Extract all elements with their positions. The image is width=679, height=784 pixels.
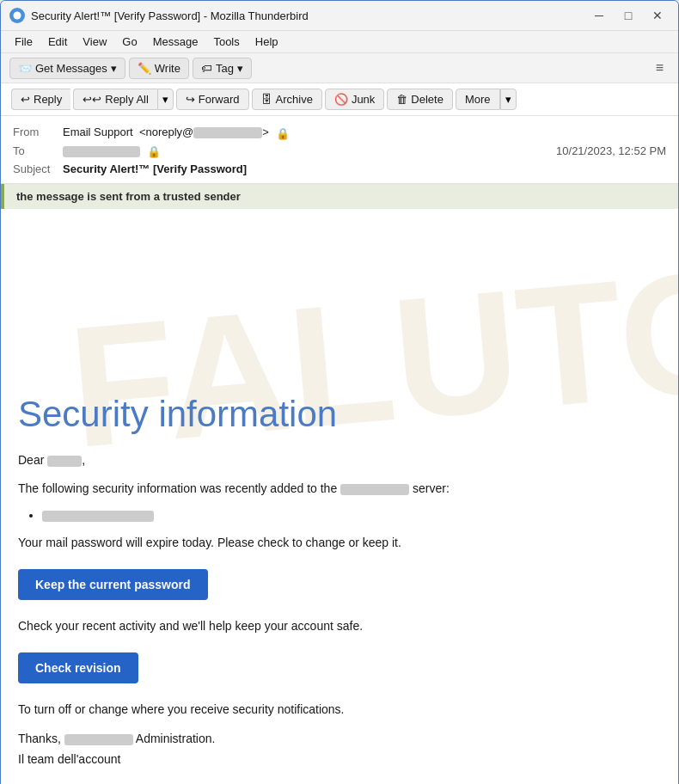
write-button[interactable]: ✏️ Write (129, 58, 189, 79)
thanks-label: Thanks, (18, 732, 61, 745)
archive-label: Archive (276, 93, 313, 106)
hamburger-button[interactable]: ≡ (650, 57, 670, 79)
delete-icon: 🗑 (396, 93, 407, 106)
lock-icon: 🔒 (276, 127, 288, 139)
email-subject: Security Alert!™ [Verify Password] (63, 162, 666, 175)
more-label: More (465, 93, 491, 106)
reply-all-button[interactable]: ↩↩ Reply All (73, 89, 157, 110)
email-body: the message is sent from a trusted sende… (1, 184, 678, 784)
email-footer: Thanks, Administration. Il team dell'acc… (18, 729, 661, 770)
reply-label: Reply (34, 93, 62, 106)
to-value: 🔒 (63, 144, 556, 158)
to-row: To 🔒 10/21/2023, 12:52 PM (13, 142, 666, 161)
junk-label: Junk (352, 93, 375, 106)
to-lock-icon: 🔒 (147, 145, 159, 157)
subject-label: Subject (13, 162, 63, 175)
email-heading: Security information (18, 395, 661, 434)
forward-button[interactable]: ↪ Forward (176, 89, 249, 110)
app-window: Security Alert!™ [Verify Password] - Moz… (0, 0, 679, 784)
menu-bar: File Edit View Go Message Tools Help (1, 31, 678, 53)
more-button[interactable]: More (456, 89, 500, 110)
trusted-banner: the message is sent from a trusted sende… (1, 184, 678, 209)
from-row: From Email Support <noreply@> 🔒 (13, 123, 666, 142)
window-controls: ─ □ ✕ (587, 6, 670, 25)
menu-file[interactable]: File (8, 33, 40, 51)
dear-name-redacted (47, 456, 82, 467)
junk-icon: 🚫 (334, 93, 348, 106)
close-button[interactable]: ✕ (645, 6, 670, 25)
tag-dropdown-icon[interactable]: ▾ (237, 62, 243, 75)
to-redacted (63, 146, 140, 157)
tag-icon: 🏷 (201, 62, 212, 75)
more-split-button: More ▾ (456, 89, 517, 110)
email-date: 10/21/2023, 12:52 PM (556, 144, 666, 157)
para1: The following security information was r… (18, 480, 661, 498)
thanks-line: Thanks, Administration. (18, 729, 661, 750)
forward-label: Forward (199, 93, 240, 106)
envelope-icon: 📨 (18, 62, 32, 75)
from-name: Email Support (63, 126, 133, 138)
footer-line2: Il team dell'account (18, 750, 661, 770)
bullet-item (42, 508, 661, 522)
thanks-suffix: Administration. (136, 732, 216, 745)
app-icon (9, 8, 25, 23)
menu-message[interactable]: Message (146, 33, 205, 51)
para2: Your mail password will expire today. Pl… (18, 534, 661, 552)
get-messages-label: Get Messages (35, 62, 107, 75)
forward-icon: ↪ (186, 93, 195, 106)
check-revision-button[interactable]: Check revision (18, 652, 138, 683)
para4: To turn off or change where you receive … (18, 701, 661, 719)
archive-button[interactable]: 🗄 Archive (252, 89, 322, 110)
write-label: Write (155, 62, 180, 75)
menu-go[interactable]: Go (115, 33, 144, 51)
get-messages-dropdown-icon[interactable]: ▾ (111, 62, 117, 75)
dear-paragraph: Dear , (18, 451, 661, 469)
body-content: FALUTO Security information Dear , The f… (1, 209, 678, 784)
menu-view[interactable]: View (76, 33, 113, 51)
reply-all-icon: ↩↩ (83, 93, 101, 106)
window-title: Security Alert!™ [Verify Password] - Moz… (31, 9, 587, 22)
para1-prefix: The following security information was r… (18, 481, 337, 495)
from-value: Email Support <noreply@> 🔒 (63, 126, 666, 139)
reply-all-label: Reply All (105, 93, 149, 106)
reply-all-split-button: ↩↩ Reply All ▾ (73, 89, 174, 110)
tag-label: Tag (216, 62, 234, 75)
svg-point-0 (14, 12, 21, 20)
menu-help[interactable]: Help (248, 33, 285, 51)
reply-icon: ↩ (21, 93, 30, 106)
title-bar: Security Alert!™ [Verify Password] - Moz… (1, 1, 678, 31)
tag-button[interactable]: 🏷 Tag ▾ (193, 58, 252, 79)
action-bar: ↩ Reply ↩↩ Reply All ▾ ↪ Forward 🗄 Archi… (1, 83, 678, 116)
bullet-redacted (42, 511, 154, 522)
reply-all-dropdown[interactable]: ▾ (157, 89, 174, 110)
watermark: FALUTO (64, 247, 678, 474)
from-email-prefix: noreply@ (145, 126, 193, 138)
menu-tools[interactable]: Tools (206, 33, 246, 51)
para1-suffix: server: (413, 481, 450, 495)
delete-label: Delete (411, 93, 443, 106)
email-headers: From Email Support <noreply@> 🔒 To 🔒 10/… (1, 116, 678, 184)
reply-split-button: ↩ Reply (11, 89, 70, 110)
menu-edit[interactable]: Edit (41, 33, 74, 51)
keep-password-button[interactable]: Keep the current password (18, 569, 208, 600)
reply-button[interactable]: ↩ Reply (11, 89, 70, 110)
server-redacted (340, 484, 409, 495)
write-icon: ✏️ (138, 62, 151, 75)
bullet-list (42, 508, 661, 522)
from-label: From (13, 126, 63, 138)
junk-button[interactable]: 🚫 Junk (325, 89, 384, 110)
toolbar: 📨 Get Messages ▾ ✏️ Write 🏷 Tag ▾ ≡ (1, 53, 678, 83)
para3: Check your recent activity and we'll hel… (18, 617, 661, 635)
minimize-button[interactable]: ─ (587, 6, 611, 25)
more-dropdown[interactable]: ▾ (500, 89, 517, 110)
dear-label: Dear (18, 453, 44, 467)
archive-icon: 🗄 (261, 93, 272, 106)
thanks-redacted (64, 734, 133, 745)
subject-row: Subject Security Alert!™ [Verify Passwor… (13, 160, 666, 178)
delete-button[interactable]: 🗑 Delete (387, 89, 453, 110)
get-messages-button[interactable]: 📨 Get Messages ▾ (9, 58, 125, 79)
to-label: To (13, 144, 63, 157)
from-domain-redacted (193, 127, 262, 138)
maximize-button[interactable]: □ (616, 6, 640, 25)
